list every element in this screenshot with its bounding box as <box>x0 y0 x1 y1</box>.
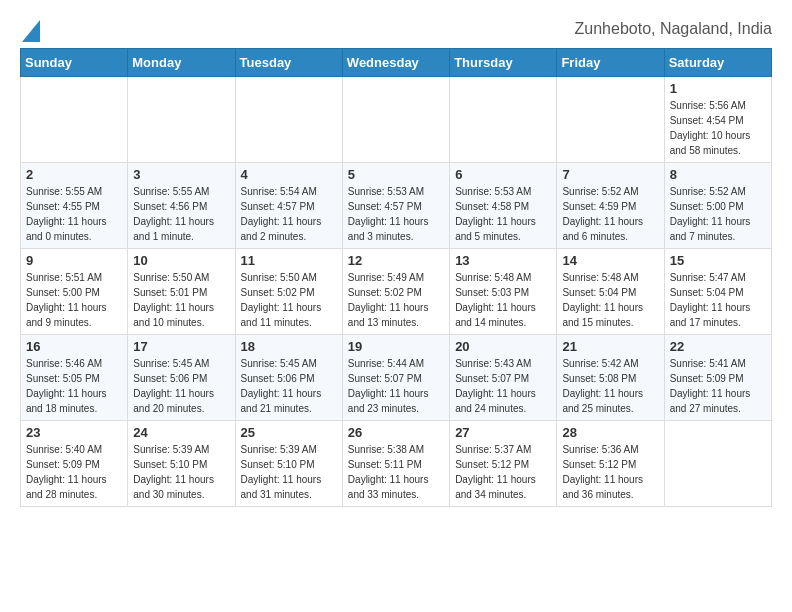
day-info: Sunrise: 5:45 AM Sunset: 5:06 PM Dayligh… <box>133 356 229 416</box>
calendar-week-4: 16Sunrise: 5:46 AM Sunset: 5:05 PM Dayli… <box>21 335 772 421</box>
day-number: 23 <box>26 425 122 440</box>
day-number: 10 <box>133 253 229 268</box>
day-info: Sunrise: 5:52 AM Sunset: 4:59 PM Dayligh… <box>562 184 658 244</box>
day-info: Sunrise: 5:54 AM Sunset: 4:57 PM Dayligh… <box>241 184 337 244</box>
day-number: 4 <box>241 167 337 182</box>
calendar-cell: 24Sunrise: 5:39 AM Sunset: 5:10 PM Dayli… <box>128 421 235 507</box>
calendar-cell: 8Sunrise: 5:52 AM Sunset: 5:00 PM Daylig… <box>664 163 771 249</box>
col-saturday: Saturday <box>664 49 771 77</box>
day-number: 27 <box>455 425 551 440</box>
day-number: 17 <box>133 339 229 354</box>
calendar-cell: 20Sunrise: 5:43 AM Sunset: 5:07 PM Dayli… <box>450 335 557 421</box>
calendar-cell: 22Sunrise: 5:41 AM Sunset: 5:09 PM Dayli… <box>664 335 771 421</box>
day-number: 25 <box>241 425 337 440</box>
calendar-cell: 28Sunrise: 5:36 AM Sunset: 5:12 PM Dayli… <box>557 421 664 507</box>
calendar-week-5: 23Sunrise: 5:40 AM Sunset: 5:09 PM Dayli… <box>21 421 772 507</box>
calendar-cell: 27Sunrise: 5:37 AM Sunset: 5:12 PM Dayli… <box>450 421 557 507</box>
day-number: 16 <box>26 339 122 354</box>
day-number: 6 <box>455 167 551 182</box>
calendar-cell: 17Sunrise: 5:45 AM Sunset: 5:06 PM Dayli… <box>128 335 235 421</box>
calendar-cell: 13Sunrise: 5:48 AM Sunset: 5:03 PM Dayli… <box>450 249 557 335</box>
day-info: Sunrise: 5:43 AM Sunset: 5:07 PM Dayligh… <box>455 356 551 416</box>
calendar-cell: 26Sunrise: 5:38 AM Sunset: 5:11 PM Dayli… <box>342 421 449 507</box>
calendar-cell: 16Sunrise: 5:46 AM Sunset: 5:05 PM Dayli… <box>21 335 128 421</box>
day-info: Sunrise: 5:37 AM Sunset: 5:12 PM Dayligh… <box>455 442 551 502</box>
calendar-cell: 1Sunrise: 5:56 AM Sunset: 4:54 PM Daylig… <box>664 77 771 163</box>
calendar-cell: 18Sunrise: 5:45 AM Sunset: 5:06 PM Dayli… <box>235 335 342 421</box>
day-info: Sunrise: 5:36 AM Sunset: 5:12 PM Dayligh… <box>562 442 658 502</box>
day-info: Sunrise: 5:53 AM Sunset: 4:58 PM Dayligh… <box>455 184 551 244</box>
calendar-cell: 2Sunrise: 5:55 AM Sunset: 4:55 PM Daylig… <box>21 163 128 249</box>
day-number: 8 <box>670 167 766 182</box>
day-number: 11 <box>241 253 337 268</box>
day-info: Sunrise: 5:53 AM Sunset: 4:57 PM Dayligh… <box>348 184 444 244</box>
col-friday: Friday <box>557 49 664 77</box>
col-sunday: Sunday <box>21 49 128 77</box>
day-number: 7 <box>562 167 658 182</box>
day-number: 21 <box>562 339 658 354</box>
day-number: 14 <box>562 253 658 268</box>
day-number: 3 <box>133 167 229 182</box>
day-number: 2 <box>26 167 122 182</box>
calendar-cell: 21Sunrise: 5:42 AM Sunset: 5:08 PM Dayli… <box>557 335 664 421</box>
day-info: Sunrise: 5:56 AM Sunset: 4:54 PM Dayligh… <box>670 98 766 158</box>
col-tuesday: Tuesday <box>235 49 342 77</box>
calendar-cell: 9Sunrise: 5:51 AM Sunset: 5:00 PM Daylig… <box>21 249 128 335</box>
calendar-cell: 15Sunrise: 5:47 AM Sunset: 5:04 PM Dayli… <box>664 249 771 335</box>
day-info: Sunrise: 5:41 AM Sunset: 5:09 PM Dayligh… <box>670 356 766 416</box>
calendar-cell: 7Sunrise: 5:52 AM Sunset: 4:59 PM Daylig… <box>557 163 664 249</box>
logo <box>20 20 40 38</box>
day-number: 28 <box>562 425 658 440</box>
day-info: Sunrise: 5:40 AM Sunset: 5:09 PM Dayligh… <box>26 442 122 502</box>
calendar-cell: 25Sunrise: 5:39 AM Sunset: 5:10 PM Dayli… <box>235 421 342 507</box>
calendar-table: Sunday Monday Tuesday Wednesday Thursday… <box>20 48 772 507</box>
day-number: 5 <box>348 167 444 182</box>
calendar-cell <box>235 77 342 163</box>
calendar-cell: 5Sunrise: 5:53 AM Sunset: 4:57 PM Daylig… <box>342 163 449 249</box>
calendar-cell: 23Sunrise: 5:40 AM Sunset: 5:09 PM Dayli… <box>21 421 128 507</box>
calendar-cell <box>128 77 235 163</box>
calendar-cell <box>342 77 449 163</box>
calendar-cell: 3Sunrise: 5:55 AM Sunset: 4:56 PM Daylig… <box>128 163 235 249</box>
day-info: Sunrise: 5:51 AM Sunset: 5:00 PM Dayligh… <box>26 270 122 330</box>
calendar-cell: 10Sunrise: 5:50 AM Sunset: 5:01 PM Dayli… <box>128 249 235 335</box>
calendar-cell: 14Sunrise: 5:48 AM Sunset: 5:04 PM Dayli… <box>557 249 664 335</box>
day-info: Sunrise: 5:46 AM Sunset: 5:05 PM Dayligh… <box>26 356 122 416</box>
calendar-cell: 4Sunrise: 5:54 AM Sunset: 4:57 PM Daylig… <box>235 163 342 249</box>
col-wednesday: Wednesday <box>342 49 449 77</box>
calendar-header-row: Sunday Monday Tuesday Wednesday Thursday… <box>21 49 772 77</box>
calendar-week-3: 9Sunrise: 5:51 AM Sunset: 5:00 PM Daylig… <box>21 249 772 335</box>
calendar-cell <box>664 421 771 507</box>
day-number: 13 <box>455 253 551 268</box>
day-info: Sunrise: 5:48 AM Sunset: 5:04 PM Dayligh… <box>562 270 658 330</box>
calendar-cell <box>450 77 557 163</box>
svg-marker-0 <box>22 20 40 42</box>
day-number: 15 <box>670 253 766 268</box>
day-number: 12 <box>348 253 444 268</box>
day-info: Sunrise: 5:55 AM Sunset: 4:55 PM Dayligh… <box>26 184 122 244</box>
title-block: Zunheboto, Nagaland, India <box>575 20 772 38</box>
day-number: 24 <box>133 425 229 440</box>
day-info: Sunrise: 5:39 AM Sunset: 5:10 PM Dayligh… <box>241 442 337 502</box>
day-info: Sunrise: 5:55 AM Sunset: 4:56 PM Dayligh… <box>133 184 229 244</box>
calendar-week-2: 2Sunrise: 5:55 AM Sunset: 4:55 PM Daylig… <box>21 163 772 249</box>
day-number: 22 <box>670 339 766 354</box>
calendar-cell: 6Sunrise: 5:53 AM Sunset: 4:58 PM Daylig… <box>450 163 557 249</box>
day-number: 18 <box>241 339 337 354</box>
day-number: 9 <box>26 253 122 268</box>
day-info: Sunrise: 5:38 AM Sunset: 5:11 PM Dayligh… <box>348 442 444 502</box>
day-info: Sunrise: 5:50 AM Sunset: 5:02 PM Dayligh… <box>241 270 337 330</box>
calendar-cell <box>21 77 128 163</box>
day-info: Sunrise: 5:45 AM Sunset: 5:06 PM Dayligh… <box>241 356 337 416</box>
calendar-cell: 12Sunrise: 5:49 AM Sunset: 5:02 PM Dayli… <box>342 249 449 335</box>
col-thursday: Thursday <box>450 49 557 77</box>
logo-icon <box>22 20 40 42</box>
day-info: Sunrise: 5:42 AM Sunset: 5:08 PM Dayligh… <box>562 356 658 416</box>
calendar-cell: 11Sunrise: 5:50 AM Sunset: 5:02 PM Dayli… <box>235 249 342 335</box>
calendar-cell <box>557 77 664 163</box>
day-info: Sunrise: 5:47 AM Sunset: 5:04 PM Dayligh… <box>670 270 766 330</box>
page-header: Zunheboto, Nagaland, India <box>20 20 772 38</box>
day-info: Sunrise: 5:48 AM Sunset: 5:03 PM Dayligh… <box>455 270 551 330</box>
day-number: 26 <box>348 425 444 440</box>
day-info: Sunrise: 5:52 AM Sunset: 5:00 PM Dayligh… <box>670 184 766 244</box>
